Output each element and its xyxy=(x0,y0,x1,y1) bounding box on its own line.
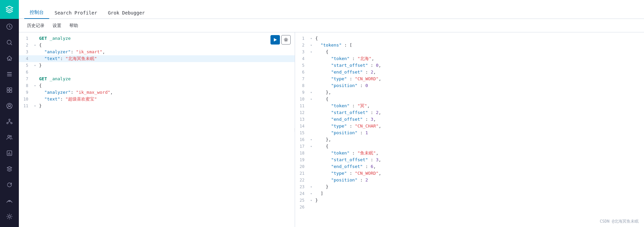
left-code-editor[interactable]: 1 GET _analyze 2 ▾ { 3 "analyzer": "ik_s… xyxy=(19,32,295,227)
table-row: 2 ▾ { xyxy=(19,42,295,49)
settings-button[interactable] xyxy=(281,35,291,45)
signal-icon[interactable] xyxy=(0,193,19,208)
table-row: 22 "position" : 2 xyxy=(295,177,644,183)
table-row: 15 "position" : 1 xyxy=(295,130,644,136)
table-row: 14 "type" : "CN_CHAR", xyxy=(295,123,644,130)
tab-search-profiler[interactable]: Search Profiler xyxy=(49,7,102,19)
svg-rect-2 xyxy=(7,72,12,73)
subnav-help[interactable]: 帮助 xyxy=(67,21,81,30)
top-nav: 控制台 Search Profiler Grok Debugger xyxy=(19,0,644,19)
sub-nav: 历史记录 设置 帮助 xyxy=(19,19,644,32)
table-row: 23 ▾ } xyxy=(295,183,644,190)
clock-icon[interactable] xyxy=(0,19,19,35)
svg-point-14 xyxy=(8,135,10,137)
table-row: 1 ▾ { xyxy=(295,35,644,42)
settings-icon[interactable] xyxy=(0,208,19,224)
table-row: 11 "token" : "冥", xyxy=(295,103,644,109)
table-row: 7 GET _analyze xyxy=(19,76,295,82)
table-row: 16 ▾ }, xyxy=(295,136,644,143)
svg-point-18 xyxy=(8,216,10,218)
run-button[interactable] xyxy=(270,35,280,45)
search-circle-icon[interactable] xyxy=(0,35,19,51)
people-icon[interactable] xyxy=(0,130,19,145)
shop-icon[interactable] xyxy=(0,82,19,98)
subnav-settings[interactable]: 设置 xyxy=(50,21,64,30)
table-row: 8 ▾ { xyxy=(19,82,295,89)
sidebar xyxy=(0,0,19,227)
right-panel: 1 ▾ { 2 ▾ "tokens" : [ 3 ▾ { 4 xyxy=(295,32,644,227)
svg-point-15 xyxy=(10,136,11,137)
svg-point-12 xyxy=(7,122,8,124)
table-row: 5 "start_offset" : 0, xyxy=(295,62,644,69)
svg-rect-3 xyxy=(7,74,12,75)
user-circle-icon[interactable] xyxy=(0,98,19,114)
table-row: 3 ▾ { xyxy=(295,49,644,55)
table-row: 2 ▾ "tokens" : [ xyxy=(295,42,644,49)
editor-toolbar xyxy=(270,35,291,45)
svg-point-20 xyxy=(285,39,287,41)
tab-console[interactable]: 控制台 xyxy=(24,7,49,19)
table-row: 3 "analyzer": "ik_smart", xyxy=(19,49,295,55)
table-row: 8 "position" : 0 xyxy=(295,82,644,89)
table-row: 4 "text": "北海冥鱼未眠" xyxy=(19,55,295,62)
table-row: 21 "type" : "CN_WORD", xyxy=(295,170,644,177)
table-row: 12 "start_offset" : 2, xyxy=(295,109,644,116)
svg-rect-4 xyxy=(7,76,12,76)
main-content: 控制台 Search Profiler Grok Debugger 历史记录 设… xyxy=(19,0,644,227)
reports-icon[interactable] xyxy=(0,145,19,161)
table-row: 5 ▾ } xyxy=(19,62,295,69)
table-row: 24 ▾ ] xyxy=(295,190,644,197)
home-icon[interactable] xyxy=(0,51,19,66)
stack-icon[interactable] xyxy=(0,161,19,177)
drag-handle[interactable]: ⋮ xyxy=(293,32,295,227)
svg-rect-7 xyxy=(7,90,9,92)
table-row: 25 ▾ } xyxy=(295,197,644,204)
table-row: 19 "start_offset" : 3, xyxy=(295,157,644,163)
svg-rect-5 xyxy=(7,88,9,90)
refresh-icon[interactable] xyxy=(0,177,19,193)
logo[interactable] xyxy=(0,0,19,19)
svg-rect-6 xyxy=(10,88,12,90)
table-row: 6 "end_offset" : 2, xyxy=(295,69,644,76)
table-row: 7 "type" : "CN_WORD", xyxy=(295,76,644,82)
table-row: 6 xyxy=(19,69,295,76)
subnav-history[interactable]: 历史记录 xyxy=(24,21,47,30)
svg-point-10 xyxy=(8,104,10,106)
table-row: 10 ▾ { xyxy=(295,96,644,103)
table-row: 10 "text": "超级喜欢蜜宝" xyxy=(19,96,295,103)
table-row: 18 "token" : "鱼未眠", xyxy=(295,150,644,157)
table-row: 13 "end_offset" : 3, xyxy=(295,116,644,123)
svg-point-11 xyxy=(9,119,10,120)
tab-grok-debugger[interactable]: Grok Debugger xyxy=(102,7,150,19)
table-row: 11 ▾ } xyxy=(19,103,295,109)
svg-point-13 xyxy=(11,122,12,124)
table-row: 9 "analyzer": "ik_max_word", xyxy=(19,89,295,96)
table-row: 9 ▾ }, xyxy=(295,89,644,96)
table-row: 17 ▾ { xyxy=(295,143,644,150)
svg-point-17 xyxy=(9,201,10,202)
table-row: 1 GET _analyze xyxy=(19,35,295,42)
right-code-editor: 1 ▾ { 2 ▾ "tokens" : [ 3 ▾ { 4 xyxy=(295,32,644,227)
left-panel: 1 GET _analyze 2 ▾ { 3 "analyzer": "ik_s… xyxy=(19,32,295,227)
svg-rect-8 xyxy=(10,90,12,92)
list-icon[interactable] xyxy=(0,66,19,82)
table-row: 4 "token" : "北海", xyxy=(295,55,644,62)
svg-marker-19 xyxy=(274,38,277,41)
watermark: CSDN @北海冥鱼未眠 xyxy=(600,219,639,224)
editor-area: 1 GET _analyze 2 ▾ { 3 "analyzer": "ik_s… xyxy=(19,32,644,227)
nodes-icon[interactable] xyxy=(0,114,19,130)
table-row: 26 xyxy=(295,204,644,210)
table-row: 20 "end_offset" : 6, xyxy=(295,163,644,170)
